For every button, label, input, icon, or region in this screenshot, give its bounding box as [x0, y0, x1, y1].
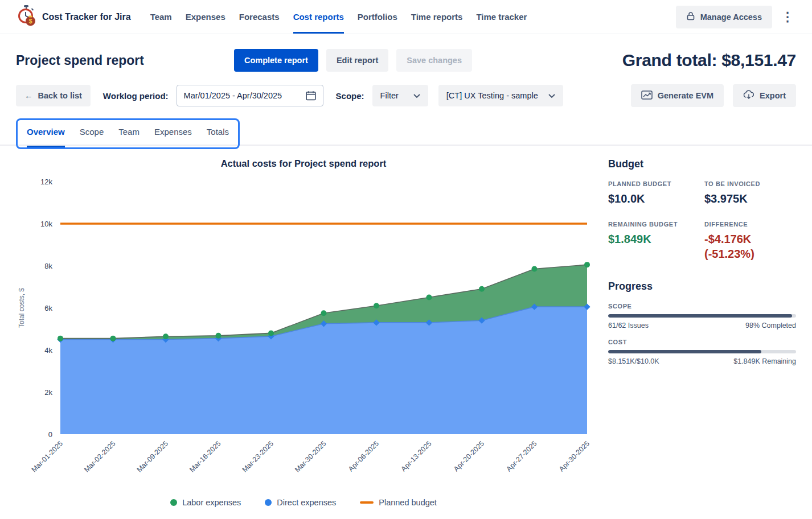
budget-grid: PLANNED BUDGET $10.0K TO BE INVOICED $3.… [608, 180, 796, 261]
cost-progress-meta: $8.151K/$10.0K $1.849K Remaining [608, 357, 796, 365]
export-cloud-icon [743, 90, 754, 101]
calendar-icon [306, 90, 316, 101]
remaining-budget-value: $1.849K [608, 232, 700, 246]
save-changes-button: Save changes [396, 49, 472, 72]
legend-budget-swatch [360, 501, 374, 504]
tab-expenses[interactable]: Expenses [154, 127, 192, 147]
back-to-list-label: Back to list [38, 91, 82, 100]
scope-completed-text: 98% Completed [745, 322, 796, 329]
svg-text:6k: 6k [44, 304, 52, 312]
difference-value: -$4.176K (-51.23%) [704, 232, 796, 261]
svg-text:Mar-23-2025: Mar-23-2025 [241, 439, 276, 474]
tab-totals[interactable]: Totals [207, 127, 229, 147]
scope-progress-group: SCOPE 61/62 Issues 98% Completed [608, 303, 796, 329]
difference-percent: (-51.23%) [704, 246, 796, 261]
grand-total: Grand total: $8,151.47 [622, 51, 796, 70]
scope-progress-meta: 61/62 Issues 98% Completed [608, 322, 796, 329]
planned-budget-value: $10.0K [608, 191, 700, 206]
cost-progress-fill [608, 350, 761, 353]
scope-label: Scope: [336, 91, 364, 101]
edit-report-button[interactable]: Edit report [326, 49, 388, 72]
budget-heading: Budget [608, 158, 796, 170]
chart-title: Actual costs for Project spend report [16, 158, 591, 169]
svg-text:12k: 12k [40, 178, 52, 186]
remaining-budget-item: REMAINING BUDGET $1.849K [608, 221, 700, 261]
export-button[interactable]: Export [733, 84, 796, 107]
svg-text:8k: 8k [44, 262, 52, 270]
planned-budget-item: PLANNED BUDGET $10.0K [608, 180, 700, 206]
svg-text:Mar-16-2025: Mar-16-2025 [188, 439, 223, 474]
planned-budget-label: PLANNED BUDGET [608, 180, 700, 187]
cost-progress-label: COST [608, 339, 796, 345]
app-title: Cost Tracker for Jira [42, 12, 131, 22]
worklog-period-input[interactable]: Mar/01/2025 - Apr/30/2025 [177, 85, 323, 106]
chevron-down-icon [413, 91, 420, 100]
project-select[interactable]: [CT] UX Testing - sample [438, 85, 563, 106]
main-content: Project spend report Complete report Edi… [0, 49, 812, 507]
app-home-link[interactable]: $ Cost Tracker for Jira [16, 0, 131, 34]
svg-text:2k: 2k [44, 388, 52, 397]
nav-team[interactable]: Team [150, 0, 172, 34]
export-label: Export [760, 91, 786, 100]
to-be-invoiced-value: $3.975K [704, 191, 796, 206]
cost-spent-text: $8.151K/$10.0K [608, 357, 659, 365]
back-to-list-button[interactable]: ← Back to list [16, 85, 91, 106]
page-title: Project spend report [16, 53, 144, 68]
complete-report-button[interactable]: Complete report [234, 49, 318, 72]
svg-text:Mar-30-2025: Mar-30-2025 [293, 439, 328, 474]
nav-portfolios[interactable]: Portfolios [358, 0, 397, 34]
scope-filter-select[interactable]: Filter [372, 85, 428, 106]
scope-progress-fill [608, 314, 792, 318]
chevron-down-icon [548, 91, 555, 100]
difference-amount: -$4.176K [704, 232, 796, 246]
generate-evm-label: Generate EVM [658, 91, 713, 100]
report-toolbar: ← Back to list Worklog period: Mar/01/20… [16, 84, 796, 107]
svg-text:10k: 10k [40, 220, 52, 228]
difference-label: DIFFERENCE [704, 221, 796, 228]
toolbar-right-actions: Generate EVM Export [631, 84, 796, 107]
project-select-value: [CT] UX Testing - sample [446, 91, 538, 100]
tab-team[interactable]: Team [118, 127, 140, 147]
nav-cost-reports[interactable]: Cost reports [293, 0, 344, 34]
scope-progress-bar [608, 314, 796, 318]
main-nav: Team Expenses Forecasts Cost reports Por… [150, 0, 527, 34]
tab-overview[interactable]: Overview [27, 127, 65, 147]
app-header: $ Cost Tracker for Jira Team Expenses Fo… [0, 0, 812, 34]
app-logo-icon: $ [16, 5, 36, 30]
kebab-menu-icon[interactable]: ⋮ [779, 7, 796, 27]
tab-scope[interactable]: Scope [80, 127, 104, 147]
svg-text:4k: 4k [44, 346, 52, 355]
scope-progress-label: SCOPE [608, 303, 796, 310]
nav-time-reports[interactable]: Time reports [411, 0, 463, 34]
scope-filter-value: Filter [380, 91, 399, 100]
manage-access-label: Manage Access [700, 13, 762, 22]
to-be-invoiced-item: TO BE INVOICED $3.975K [704, 180, 796, 206]
worklog-period-label: Worklog period: [103, 91, 169, 101]
worklog-period-value: Mar/01/2025 - Apr/30/2025 [184, 91, 282, 100]
generate-evm-button[interactable]: Generate EVM [631, 84, 724, 107]
back-arrow-icon: ← [24, 91, 33, 100]
cost-progress-group: COST $8.151K/$10.0K $1.849K Remaining [608, 339, 796, 365]
svg-text:Apr-30-2025: Apr-30-2025 [557, 439, 591, 473]
progress-heading: Progress [608, 281, 796, 293]
nav-forecasts[interactable]: Forecasts [239, 0, 280, 34]
svg-text:0: 0 [48, 430, 52, 439]
svg-text:Total costs, $: Total costs, $ [18, 288, 26, 328]
summary-sidebar: Budget PLANNED BUDGET $10.0K TO BE INVOI… [608, 150, 796, 507]
manage-access-button[interactable]: Manage Access [676, 6, 772, 28]
nav-time-tracker[interactable]: Time tracker [476, 0, 527, 34]
header-actions: Manage Access ⋮ [676, 0, 796, 34]
cost-progress-bar [608, 350, 796, 353]
evm-chart-icon [641, 90, 653, 101]
svg-text:Mar-09-2025: Mar-09-2025 [136, 439, 170, 474]
legend-budget-label: Planned budget [379, 498, 437, 507]
nav-expenses[interactable]: Expenses [186, 0, 225, 34]
progress-section: Progress SCOPE 61/62 Issues 98% Complete… [608, 281, 796, 365]
cost-remaining-text: $1.849K Remaining [733, 357, 796, 365]
legend-direct: Direct expenses [265, 498, 336, 507]
report-title-row: Project spend report Complete report Edi… [16, 49, 796, 72]
legend-budget: Planned budget [360, 498, 437, 507]
tabs-highlight-annotation: Overview Scope Team Expenses Totals [16, 118, 240, 149]
scope-issues-text: 61/62 Issues [608, 322, 649, 329]
to-be-invoiced-label: TO BE INVOICED [704, 180, 796, 187]
